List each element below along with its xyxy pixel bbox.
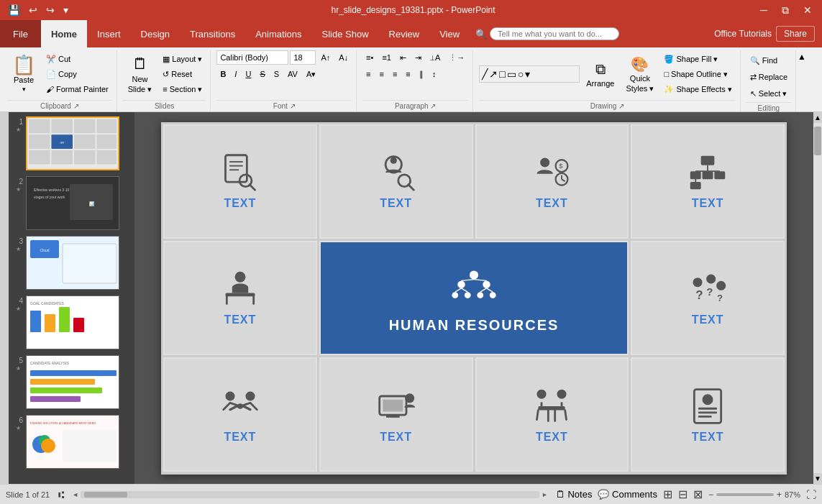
close-button[interactable]: ✕ (799, 3, 816, 17)
underline-button[interactable]: U (242, 67, 255, 81)
align-right-button[interactable]: ≡ (389, 67, 401, 81)
justify-button[interactable]: ≡ (402, 67, 414, 81)
puzzle-cell-9[interactable]: TEXT (319, 357, 473, 472)
font-name-input[interactable] (216, 50, 288, 65)
slide-thumb-6[interactable]: 6 ★ FINDING SOLUTION: A CANDIDATE MOST N… (12, 413, 132, 470)
tab-insert[interactable]: Insert (87, 20, 131, 47)
tab-review[interactable]: Review (379, 20, 430, 47)
restore-button[interactable]: ⧉ (777, 3, 793, 18)
section-button[interactable]: ≡ Section ▾ (159, 82, 206, 96)
text-direction-button[interactable]: ⟂A (426, 50, 444, 65)
tab-home[interactable]: Home (41, 20, 87, 47)
tell-me-input[interactable] (490, 27, 619, 40)
strikethrough-button[interactable]: S (256, 67, 268, 81)
layout-button[interactable]: ▦ Layout ▾ (159, 52, 206, 66)
reset-button[interactable]: ↺ Reset (159, 67, 206, 81)
convert-smartart-button[interactable]: ⋮→ (445, 50, 468, 65)
quick-styles-button[interactable]: 🎨 Quick Styles ▾ (621, 52, 659, 96)
shape-arrow[interactable]: ↗ (489, 68, 498, 80)
undo-button[interactable]: ↩ (27, 4, 40, 17)
shape-line[interactable]: ╱ (482, 68, 488, 80)
slide-thumb-2[interactable]: 2 ★ Effective workers 3-10 stages of you… (12, 175, 132, 232)
shape-rect[interactable]: □ (499, 68, 505, 80)
scroll-down-arrow[interactable]: ▼ (813, 473, 822, 484)
char-spacing-button[interactable]: AV (284, 67, 301, 81)
bold-button[interactable]: B (216, 67, 229, 81)
italic-button[interactable]: I (231, 67, 240, 81)
columns-button[interactable]: ∥ (416, 67, 427, 81)
new-slide-button[interactable]: 🗒 New Slide ▾ (123, 50, 157, 98)
tab-file[interactable]: File (0, 20, 41, 47)
save-button[interactable]: 💾 (6, 4, 22, 17)
zoom-out-button[interactable]: − (708, 490, 713, 500)
shape-fill-button[interactable]: 🪣 Shape Fill ▾ (660, 52, 735, 66)
cut-button[interactable]: ✂️ Cut (42, 52, 112, 66)
notes-button[interactable]: 🗒 Notes (556, 489, 593, 500)
puzzle-cell-8[interactable]: TEXT (163, 357, 317, 472)
shape-outline-button[interactable]: □ Shape Outline ▾ (660, 67, 735, 81)
horizontal-scrollbar[interactable]: ◄ ► (70, 490, 550, 500)
puzzle-cell-center[interactable]: HUMAN RESOURCES (319, 241, 629, 355)
puzzle-cell-5[interactable]: TEXT (163, 241, 317, 355)
slide-sorter-button[interactable]: ⊟ (678, 487, 688, 501)
vertical-scrollbar[interactable]: ▲ ▼ (813, 112, 822, 484)
format-painter-button[interactable]: 🖌 Format Painter (42, 82, 112, 96)
share-button[interactable]: Share (776, 26, 815, 42)
tab-transitions[interactable]: Transitions (180, 20, 245, 47)
puzzle-cell-1[interactable]: TEXT (163, 124, 317, 239)
slide-thumb-3[interactable]: 3 ★ Cloud (12, 234, 132, 291)
reading-view-button[interactable]: ⊠ (693, 487, 703, 501)
scroll-track[interactable] (813, 123, 822, 473)
tab-view[interactable]: View (429, 20, 470, 47)
scroll-thumb[interactable] (814, 127, 821, 155)
increase-font-button[interactable]: A↑ (317, 50, 334, 65)
arrange-button[interactable]: ⧉ Arrange (581, 52, 619, 96)
collapse-ribbon-button[interactable]: ▲ (798, 52, 806, 62)
select-button[interactable]: ↖ Select ▾ (746, 86, 791, 101)
slide-thumb-5[interactable]: 5 ★ CANDIDATE ANALYSIS (12, 354, 132, 411)
font-size-input[interactable] (290, 50, 316, 65)
puzzle-cell-10[interactable]: TEXT (475, 357, 629, 472)
puzzle-cell-4[interactable]: TEXT (631, 124, 785, 239)
customize-button[interactable]: ▾ (61, 4, 70, 17)
minimize-button[interactable]: ─ (756, 3, 772, 17)
scroll-left-arrow[interactable]: ◄ (70, 491, 81, 498)
panel-scroll-left[interactable] (0, 112, 9, 484)
scroll-up-arrow[interactable]: ▲ (813, 112, 822, 123)
comments-button[interactable]: 💬 Comments (598, 489, 657, 500)
fit-slide-button[interactable]: ⛶ (806, 489, 816, 500)
bullets-button[interactable]: ≡• (362, 50, 377, 65)
increase-indent-button[interactable]: ⇥ (411, 50, 425, 65)
copy-button[interactable]: 📄 Copy (42, 67, 112, 81)
align-center-button[interactable]: ≡ (376, 67, 388, 81)
normal-view-button[interactable]: ⊞ (663, 487, 672, 501)
shape-round-rect[interactable]: ▭ (507, 68, 516, 80)
zoom-slider[interactable] (716, 493, 774, 496)
find-button[interactable]: 🔍 Find (746, 53, 781, 68)
slide-thumb-1[interactable]: 1 ★ HR (12, 115, 132, 172)
decrease-indent-button[interactable]: ⇤ (396, 50, 410, 65)
puzzle-cell-7[interactable]: ? ? ? TEXT (631, 241, 785, 355)
puzzle-cell-3[interactable]: $ TEXT (475, 124, 629, 239)
shape-effects-button[interactable]: ✨ Shape Effects ▾ (660, 82, 735, 96)
align-left-button[interactable]: ≡ (362, 67, 374, 81)
font-color-button[interactable]: A▾ (303, 67, 319, 81)
tab-slideshow[interactable]: Slide Show (311, 20, 378, 47)
tab-animations[interactable]: Animations (245, 20, 311, 47)
office-tutorials-link[interactable]: Office Tutorials (714, 29, 772, 39)
slide-thumb-4[interactable]: 4 ★ GOAL CANDIDATES (12, 294, 132, 351)
paste-button[interactable]: 📋 Paste ▾ (7, 50, 40, 98)
tab-design[interactable]: Design (131, 20, 180, 47)
numbering-button[interactable]: ≡1 (378, 50, 395, 65)
shape-more[interactable]: ▾ (525, 68, 530, 80)
decrease-font-button[interactable]: A↓ (335, 50, 352, 65)
shape-oval[interactable]: ○ (518, 68, 524, 80)
replace-button[interactable]: ⇄ Replace (746, 70, 791, 84)
h-scroll-thumb[interactable] (84, 492, 127, 498)
zoom-in-button[interactable]: + (777, 490, 782, 500)
shadow-button[interactable]: S (270, 67, 283, 81)
puzzle-cell-2[interactable]: TEXT (319, 124, 473, 239)
redo-button[interactable]: ↪ (44, 4, 57, 17)
line-spacing-button[interactable]: ↕ (429, 67, 440, 81)
puzzle-cell-11[interactable]: TEXT (631, 357, 785, 472)
